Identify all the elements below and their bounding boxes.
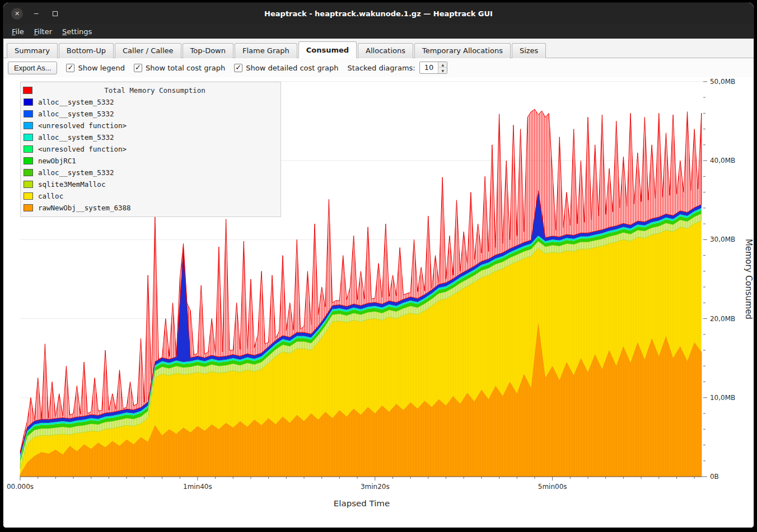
checkbox-label: Show legend [78,64,125,72]
maximize-icon [53,11,58,16]
x-tick-label: 1min40s [183,483,212,491]
window-controls: ✕ − [11,3,61,24]
legend-swatch [24,204,33,211]
x-tick-label: 00.000s [7,483,34,491]
legend-label: <unresolved function> [38,121,127,130]
y-tick-label: 30,0MB [710,236,735,243]
chart-area: 00.000s1min40s3min20s5min00s0B10,0MB20,0… [3,77,754,528]
checkbox-checked-icon [234,64,242,72]
tab-caller-callee[interactable]: Caller / Callee [115,43,181,58]
window-title: Heaptrack - heaptrack.wakunode.1.gz — He… [264,10,493,18]
legend-swatch [24,181,33,188]
checkbox-checked-icon [66,64,74,72]
spinbox-value: 10 [420,62,438,73]
y-tick-label: 40,0MB [710,157,735,164]
legend-swatch [24,122,33,129]
legend-swatch [24,145,33,153]
legend-label: calloc [38,192,63,200]
checkbox-label: Show detailed cost graph [246,64,338,72]
show-legend-checkbox[interactable]: Show legend [66,64,125,72]
y-tick-label: 50,0MB [710,78,735,86]
y-tick-label: 0B [710,473,719,481]
legend-item: newObjRC1 [23,155,277,167]
legend-label: <unresolved function> [38,145,127,153]
legend-item: sqlite3MemMalloc [23,178,277,190]
legend-swatch [24,169,33,176]
title-bar: ✕ − Heaptrack - heaptrack.wakunode.1.gz … [3,3,754,24]
maximize-button[interactable] [49,8,61,20]
menu-settings[interactable]: Settings [57,25,97,38]
x-tick-label: 5min00s [538,483,567,491]
tab-sizes[interactable]: Sizes [512,43,546,58]
tab-bottom-up[interactable]: Bottom-Up [59,43,114,58]
minimize-button[interactable]: − [30,8,42,20]
x-tick-label: 3min20s [361,483,390,491]
legend-item: <unresolved function> [23,120,277,131]
legend-title: Total Memory Consumption [32,86,277,95]
legend-item: alloc__system_5332 [23,108,277,120]
chart-legend: Total Memory Consumption alloc__system_5… [20,82,281,217]
legend-swatch [24,110,33,117]
tab-temporary-allocations[interactable]: Temporary Allocations [414,43,511,58]
legend-swatch [24,98,33,106]
legend-label: alloc__system_5332 [38,133,114,142]
legend-label: rawNewObj__system_6388 [38,204,131,212]
legend-label: sqlite3MemMalloc [38,180,105,189]
legend-label: newObjRC1 [38,157,76,165]
menu-bar: File Filter Settings [3,24,754,39]
export-as-button[interactable]: Export As... [8,62,57,74]
legend-item: <unresolved function> [23,143,277,155]
tab-summary[interactable]: Summary [7,43,58,58]
x-axis-title: Elapsed Time [334,498,390,509]
legend-swatch [23,87,32,94]
legend-item: alloc__system_5332 [23,96,277,108]
legend-label: alloc__system_5332 [38,110,114,118]
legend-swatch [24,157,33,164]
y-tick-label: 20,0MB [710,315,735,323]
spinbox-up-button[interactable]: ▲ [438,62,447,68]
y-tick-label: 10,0MB [710,394,735,402]
legend-item: alloc__system_5332 [23,131,277,143]
menu-filter[interactable]: Filter [29,25,57,38]
show-total-cost-checkbox[interactable]: Show total cost graph [134,64,225,72]
menu-file[interactable]: File [7,25,29,38]
spinbox-down-button[interactable]: ▼ [438,68,447,73]
show-detailed-cost-checkbox[interactable]: Show detailed cost graph [234,64,338,72]
legend-swatch [24,134,33,141]
legend-item: rawNewObj__system_6388 [23,202,277,214]
legend-label: alloc__system_5332 [38,98,114,106]
tab-allocations[interactable]: Allocations [358,43,413,58]
close-button[interactable]: ✕ [11,8,23,20]
y-axis-title: Memory Consumed [744,239,754,319]
tab-flame-graph[interactable]: Flame Graph [235,43,297,58]
tab-consumed[interactable]: Consumed [298,41,357,58]
app-window: ✕ − Heaptrack - heaptrack.wakunode.1.gz … [3,2,754,528]
legend-item: alloc__system_5332 [23,167,277,178]
tab-bar: Summary Bottom-Up Caller / Callee Top-Do… [3,39,754,58]
tab-top-down[interactable]: Top-Down [183,43,233,58]
stacked-diagrams-label: Stacked diagrams: [348,64,415,72]
legend-title-row: Total Memory Consumption [23,84,277,96]
toolbar: Export As... Show legend Show total cost… [3,58,754,77]
stacked-diagrams-spinbox[interactable]: 10 ▲ ▼ [419,62,448,74]
spinbox-buttons: ▲ ▼ [438,62,447,73]
checkbox-label: Show total cost graph [146,64,225,72]
legend-label: alloc__system_5332 [38,168,114,177]
legend-item: calloc [23,190,277,202]
legend-swatch [24,192,33,200]
checkbox-checked-icon [134,64,142,72]
